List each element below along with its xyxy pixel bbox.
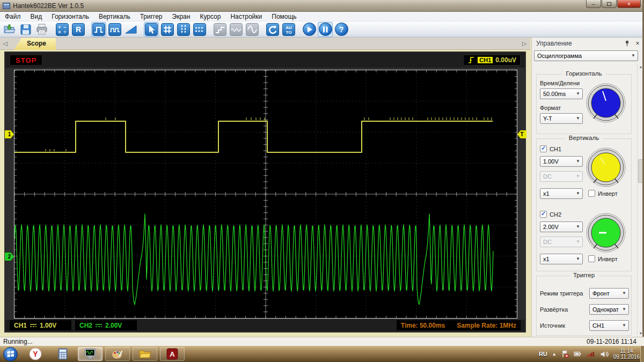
toolbar-refresh-button[interactable] [265, 22, 280, 37]
toolbar-cursor-button[interactable] [144, 22, 159, 37]
ch2-position-marker[interactable]: 2 [5, 253, 14, 261]
network-icon[interactable] [587, 351, 595, 357]
trigger-sweep-select[interactable]: Однократ ▼ [589, 304, 629, 315]
toolbar-math-button[interactable]: +−×÷ [55, 22, 70, 37]
toolbar-step-wave-button[interactable] [213, 22, 228, 37]
ch1-scale-select[interactable]: 1.00V ▼ [540, 156, 583, 167]
menu-item-Вертикаль[interactable]: Вертикаль [94, 12, 135, 21]
app-icon [3, 3, 10, 9]
toolbar-auto-set-button[interactable]: AUTO [281, 22, 296, 37]
menu-item-Горизонталь[interactable]: Горизонталь [47, 12, 94, 21]
minimize-button[interactable]: – [586, 0, 601, 8]
ch2-invert-checkbox[interactable]: ✓ [588, 255, 595, 262]
ch1-probe-select[interactable]: x1 ▼ [540, 188, 583, 199]
scope-tab-panel: STOP CH1 0.00uV 1 2 T CH1 [0, 50, 530, 337]
ch2-position-knob[interactable] [585, 212, 627, 254]
taskbar-oscilloscope-app-button[interactable] [78, 347, 103, 361]
panel-close-icon[interactable]: × [633, 39, 642, 48]
svg-text:A: A [170, 350, 175, 358]
toolbar-noise-wave-button[interactable] [229, 22, 244, 37]
tab-scope[interactable]: Scope [14, 38, 56, 50]
chevron-down-icon: ▼ [576, 191, 580, 196]
menu-item-Файл[interactable]: Файл [0, 12, 26, 21]
restore-icon [607, 2, 611, 6]
taskbar-calculator-button[interactable] [50, 347, 75, 361]
trigger-edge-icon [467, 56, 475, 64]
clock[interactable]: 11:14 09.11.2016 [613, 348, 640, 360]
trigger-group-title: Триггер [569, 272, 598, 278]
status-bar: Running... 09-11-2016 11:14 [0, 337, 644, 346]
scope-display[interactable] [14, 70, 517, 319]
pin-icon[interactable] [623, 39, 631, 48]
ch1-label: CH1 [14, 322, 27, 329]
time-div-select[interactable]: 50.00ms ▼ [540, 88, 583, 99]
ch1-invert-checkbox[interactable]: ✓ [588, 190, 595, 197]
close-button[interactable]: × [617, 0, 641, 8]
panel-mode-value: Осциллограмма [537, 53, 582, 59]
chevron-down-icon: ▼ [576, 224, 580, 229]
ch2-checkbox[interactable]: ✓ [540, 211, 547, 218]
toolbar-dual-pulse-button[interactable] [107, 22, 122, 37]
toolbar-print-button[interactable] [34, 22, 49, 37]
ch1-invert-row: ✓ Инверт [588, 190, 618, 197]
battery-icon[interactable] [574, 351, 582, 357]
menu-item-Экран[interactable]: Экран [167, 12, 195, 21]
taskbar-file-explorer-button[interactable] [133, 347, 157, 361]
ch1-position-knob[interactable] [585, 146, 627, 188]
trigger-level-value: 0.00uV [495, 56, 516, 64]
trigger-source-select[interactable]: CH1 ▼ [589, 320, 629, 331]
toolbar: +−×÷RAUTO? [0, 21, 644, 38]
toolbar-v-cursors-button[interactable] [176, 22, 191, 37]
tray-expand-icon[interactable]: ▲ [552, 352, 557, 357]
taskbar-yandex-browser-button[interactable]: Y [23, 347, 48, 361]
toolbar-h-cursors-button[interactable] [192, 22, 207, 37]
taskbar-start-button[interactable] [0, 347, 23, 361]
tab-scroll-right-icon[interactable]: ▷ [522, 40, 526, 47]
toolbar-ramp-button[interactable] [123, 22, 138, 37]
time-div-value: 50.00ms [543, 91, 566, 97]
ch1-position-marker[interactable]: 1 [5, 130, 14, 138]
restore-button[interactable] [602, 0, 617, 8]
dc-coupling-icon [95, 323, 103, 328]
volume-icon[interactable] [600, 351, 609, 358]
control-panel-title: Управление [536, 40, 623, 47]
ch2-enable-row: ✓ CH2 [540, 211, 561, 218]
toolbar-open-file-button[interactable] [2, 22, 17, 37]
taskbar-adobe-reader-button[interactable]: A [160, 347, 185, 361]
toolbar-play-button[interactable] [302, 22, 317, 37]
trigger-level-marker[interactable]: T [517, 130, 526, 138]
start-orb-icon [3, 347, 18, 361]
ch1-checkbox[interactable]: ✓ [540, 145, 547, 152]
toolbar-reference-button[interactable]: R [71, 22, 86, 37]
horizontal-knob[interactable] [585, 82, 627, 124]
trigger-sweep-value: Однократ [592, 306, 619, 313]
show-desktop-button[interactable] [640, 346, 644, 362]
status-datetime: 09-11-2016 11:14 [587, 338, 636, 345]
language-indicator[interactable]: RU [539, 351, 547, 357]
chevron-down-icon: ▼ [576, 159, 580, 164]
ch2-probe-select[interactable]: x1 ▼ [540, 254, 583, 264]
menu-item-Помощь[interactable]: Помощь [267, 12, 301, 21]
menu-item-Настройки[interactable]: Настройки [225, 12, 267, 21]
panel-mode-select[interactable]: Осциллограмма ▼ [534, 50, 638, 61]
toolbar-grid-button[interactable] [160, 22, 175, 37]
chevron-down-icon: ▼ [622, 307, 626, 312]
menu-item-Курсор[interactable]: Курсор [195, 12, 225, 21]
trigger-source-label: Источник [540, 322, 565, 329]
format-select[interactable]: Y-T ▼ [540, 113, 583, 124]
toolbar-pulse-button[interactable] [91, 22, 106, 37]
tab-scroll-left-icon[interactable]: ◁ [3, 40, 7, 47]
action-center-flag-icon[interactable] [561, 350, 569, 358]
toolbar-help-button[interactable]: ? [334, 22, 349, 37]
menu-item-Вид[interactable]: Вид [26, 12, 47, 21]
toolbar-save-button[interactable] [18, 22, 33, 37]
trigger-source-value: CH1 [592, 322, 604, 329]
ch2-scale-select[interactable]: 2.00V ▼ [540, 221, 583, 232]
toolbar-sine-wave-button[interactable] [245, 22, 260, 37]
menu-item-Триггер[interactable]: Триггер [135, 12, 167, 21]
title-bar: Hantek6022BE Ver 1.0.5 – × [0, 0, 644, 12]
toolbar-pause-button[interactable] [318, 22, 333, 37]
trigger-mode-select[interactable]: Фронт ▼ [589, 288, 629, 299]
taskbar-paint-button[interactable] [105, 347, 130, 361]
tab-strip: ◁ Scope ▷ [0, 38, 530, 50]
